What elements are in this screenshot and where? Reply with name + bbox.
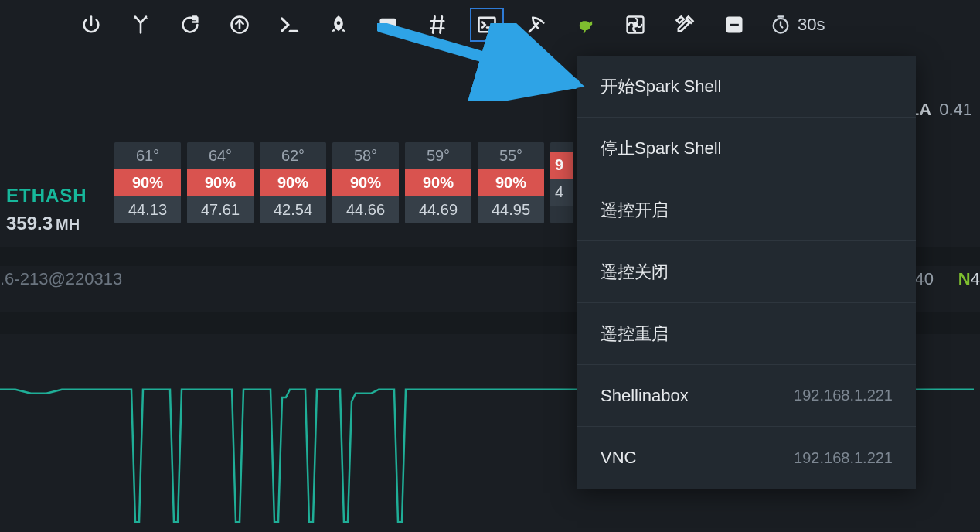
pickaxe-icon[interactable] [522, 11, 550, 39]
menu-remote-off[interactable]: 遥控关闭 [577, 241, 916, 303]
menu-ip: 192.168.1.221 [794, 449, 893, 467]
gpu-card[interactable]: 59° 90% 44.69 [405, 142, 471, 223]
menu-label: VNC [601, 448, 636, 468]
menu-remote-reboot[interactable]: 遥控重启 [577, 303, 916, 365]
tools-icon[interactable] [671, 11, 699, 39]
gpu-fan: 90% [260, 169, 326, 196]
hashrate-unit: MH [56, 216, 80, 233]
gpu-hash: 4 [550, 179, 573, 206]
gpu-hash: 47.61 [187, 196, 254, 223]
gpu-temp: 55° [478, 142, 544, 169]
gpu-card[interactable]: 55° 90% 44.95 [478, 142, 544, 223]
gpu-temp: 61° [114, 142, 181, 169]
minimize-icon[interactable] [720, 11, 748, 39]
gpu-temp: 59° [405, 142, 471, 169]
menu-vnc[interactable]: VNC 192.168.1.221 [577, 427, 916, 489]
svg-rect-5 [388, 25, 390, 29]
gpu-card[interactable]: 61° 90% 44.13 [114, 142, 181, 223]
gpu-card[interactable]: 9 4 [550, 142, 573, 223]
content-area: LA 0.41 ETHASH 359.3MH 61° 90% 44.13 64°… [0, 49, 980, 532]
nvidia-value: 4 [971, 269, 980, 288]
version-text: .6-213@220313 [0, 269, 122, 289]
power-icon[interactable] [77, 11, 105, 39]
gpu-temp [550, 142, 573, 152]
menu-label: 遥控重启 [601, 322, 669, 346]
menu-label: 遥控开启 [601, 199, 669, 222]
fan-icon[interactable] [621, 11, 649, 39]
branch-icon[interactable] [127, 11, 155, 39]
refresh-timer[interactable]: 30s [770, 14, 825, 36]
gpu-fan: 90% [332, 169, 399, 196]
svg-rect-6 [391, 25, 393, 29]
menu-ip: 192.168.1.221 [794, 387, 893, 404]
ethernet-icon[interactable] [374, 11, 402, 39]
svg-rect-0 [192, 15, 197, 20]
menu-label: 遥控关闭 [601, 261, 669, 284]
gpu-hash: 42.54 [260, 196, 326, 223]
terminal-prompt-icon[interactable] [275, 11, 303, 39]
algorithm-label: ETHASH [6, 185, 87, 206]
gpu-fan: 9 [550, 152, 573, 179]
gpu-temp: 62° [260, 142, 326, 169]
svg-point-9 [634, 23, 638, 27]
gpu-temp: 64° [187, 142, 254, 169]
gpu-card[interactable]: 62° 90% 42.54 [260, 142, 326, 223]
rocket-icon[interactable] [325, 11, 352, 39]
refresh-lock-icon[interactable] [176, 11, 204, 39]
hashrate: 359.3MH [6, 213, 87, 234]
menu-remote-on[interactable]: 遥控开启 [577, 179, 916, 241]
gpu-fan: 90% [114, 169, 181, 196]
menu-shellinabox[interactable]: Shellinabox 192.168.1.221 [577, 365, 916, 427]
gpu-fan: 90% [478, 169, 544, 196]
timer-label: 30s [798, 15, 825, 35]
console-icon[interactable] [473, 11, 501, 39]
gpu-card[interactable]: 64° 90% 47.61 [187, 142, 254, 223]
console-dropdown-menu: 开始Spark Shell 停止Spark Shell 遥控开启 遥控关闭 遥控… [577, 56, 916, 489]
menu-label: 开始Spark Shell [601, 75, 722, 98]
svg-rect-11 [730, 24, 739, 26]
svg-rect-4 [386, 25, 387, 29]
gpu-temp: 58° [332, 142, 399, 169]
la-value: 0.41 [939, 100, 972, 120]
dog-icon[interactable] [572, 11, 600, 39]
gpu-card[interactable]: 58° 90% 44.66 [332, 142, 399, 223]
menu-label: Shellinabox [601, 386, 689, 406]
svg-rect-3 [383, 25, 384, 29]
gpu-hash: 44.13 [114, 196, 181, 223]
menu-label: 停止Spark Shell [601, 137, 722, 160]
gpu-hash: 44.69 [405, 196, 471, 223]
menu-stop-spark[interactable]: 停止Spark Shell [577, 118, 916, 179]
menu-start-spark[interactable]: 开始Spark Shell [577, 56, 916, 118]
counter-value: 40 [915, 269, 934, 289]
gpu-fan: 90% [187, 169, 254, 196]
svg-rect-7 [479, 18, 495, 32]
hash-icon[interactable] [424, 11, 451, 39]
gpu-fan: 90% [405, 169, 471, 196]
gpu-hash: 44.66 [332, 196, 399, 223]
hashrate-value: 359.3 [6, 213, 53, 234]
hash-summary: ETHASH 359.3MH [6, 185, 87, 234]
top-toolbar: 30s [0, 0, 980, 49]
nvidia-count: N4 [958, 269, 980, 289]
nvidia-label: N [958, 269, 971, 288]
gpu-card-row: 61° 90% 44.13 64° 90% 47.61 62° 90% 42.5… [114, 142, 573, 223]
gpu-hash: 44.95 [478, 196, 544, 223]
upload-icon[interactable] [226, 11, 254, 39]
load-average: LA 0.41 [909, 100, 972, 120]
